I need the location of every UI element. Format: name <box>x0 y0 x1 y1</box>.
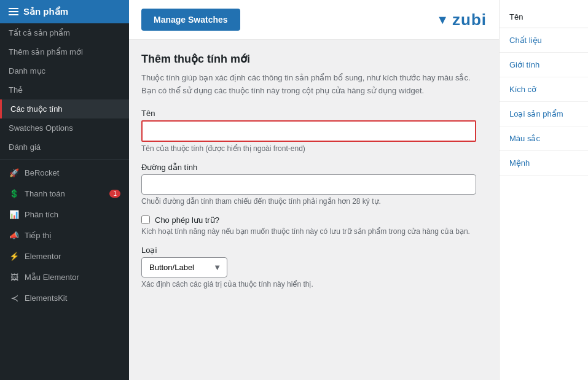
zubi-logo-icon: ▼ <box>436 13 449 27</box>
zubi-logo-text: zubi <box>452 10 487 29</box>
sidebar-item-reviews[interactable]: Đánh giá <box>0 138 129 157</box>
right-panel-item-gioi-tinh[interactable]: Giới tính <box>500 53 588 77</box>
right-panel-item-label: Mệnh <box>509 158 530 168</box>
type-label: Loại <box>141 246 487 255</box>
right-panel-item-kich-co[interactable]: Kích cỡ <box>500 77 588 102</box>
sidebar-item-label: BeRocket <box>25 168 59 177</box>
sidebar-item-elementskit[interactable]: ≺ ElementsKit <box>0 287 129 308</box>
right-panel-item-mau-sac[interactable]: Màu sắc <box>500 126 588 151</box>
right-panel-item-loai-san-pham[interactable]: Loại sản phẩm <box>500 102 588 126</box>
right-panel-item-label: Màu sắc <box>509 134 540 143</box>
form-area: Thêm thuộc tính mới Thuộc tính giúp bạn … <box>129 40 499 380</box>
slug-field-group: Đường dẫn tính Chuỗi đường dẫn tính tham… <box>141 163 487 206</box>
right-panel-item-label: Chất liệu <box>509 36 542 45</box>
archive-field-group: Cho phép lưu trữ? Kích hoạt tính năng nà… <box>141 215 487 236</box>
slug-label: Đường dẫn tính <box>141 163 487 172</box>
chart-icon: 📊 <box>9 209 20 220</box>
marketing-icon: 📣 <box>9 230 20 241</box>
sidebar-item-mau-elementor[interactable]: 🖼 Mẫu Elementor <box>0 266 129 287</box>
type-hint: Xác định cách các giá trị của thuộc tính… <box>141 280 487 289</box>
archive-checkbox-row: Cho phép lưu trữ? <box>141 215 487 225</box>
menu-icon <box>9 8 18 15</box>
sidebar-item-label: Đánh giá <box>9 142 41 152</box>
rocket-icon: 🚀 <box>9 167 20 178</box>
sidebar-item-label: Thanh toán <box>25 189 65 198</box>
zubi-logo: ▼ zubi <box>436 10 487 29</box>
top-bar: Manage Swatches ▼ zubi <box>129 0 499 40</box>
payments-badge: 1 <box>109 190 120 198</box>
slug-hint: Chuỗi đường dẫn tính tham chiếu đến thuộ… <box>141 197 487 206</box>
name-input[interactable] <box>141 120 476 142</box>
sidebar-item-all-products[interactable]: Tất cả sản phẩm <box>0 23 129 42</box>
sidebar-title: Sản phẩm <box>23 6 68 17</box>
sidebar-item-berocket[interactable]: 🚀 BeRocket <box>0 162 129 183</box>
sidebar-item-label: Swatches Options <box>9 123 73 133</box>
sidebar-item-attributes[interactable]: Các thuộc tính <box>0 99 129 118</box>
right-panel-item-label: Giới tính <box>509 60 539 69</box>
sidebar-item-label: Thẻ <box>9 85 23 95</box>
enable-archive-checkbox[interactable] <box>141 215 150 224</box>
sidebar-item-add-product[interactable]: Thêm sản phẩm mới <box>0 42 129 61</box>
sidebar-item-the[interactable]: Thẻ <box>0 80 129 99</box>
main-content: Manage Swatches ▼ zubi Thêm thuộc tính m… <box>129 0 499 380</box>
sidebar-item-categories[interactable]: Danh mục <box>0 61 129 80</box>
type-select[interactable]: Button/Label Select Color Image <box>141 257 227 277</box>
sidebar-item-label: Elementor <box>25 252 61 261</box>
type-select-wrapper: Button/Label Select Color Image ▼ <box>141 257 227 277</box>
sidebar-item-label: Mẫu Elementor <box>25 273 79 282</box>
right-panel-item-label: Loại sản phẩm <box>509 109 563 118</box>
sidebar-item-label: Các thuộc tính <box>10 104 63 114</box>
right-panel-header: Tên <box>500 6 588 28</box>
elementor-icon: ⚡ <box>9 250 20 262</box>
sidebar-item-label: ElementsKit <box>25 293 67 303</box>
right-panel-item-chat-lieu[interactable]: Chất liệu <box>500 28 588 53</box>
sidebar-header[interactable]: Sản phẩm <box>0 0 129 23</box>
sidebar-item-label: Phân tích <box>25 210 58 219</box>
sidebar-item-marketing[interactable]: 📣 Tiếp thị <box>0 225 129 246</box>
sidebar-item-elementor[interactable]: ⚡ Elementor <box>0 246 129 266</box>
sidebar-item-swatches-options[interactable]: Swatches Options <box>0 118 129 138</box>
form-description: Thuộc tính giúp bạn xác định các thông t… <box>141 72 487 98</box>
archive-hint: Kích hoạt tính năng này nếu bạn muốn thu… <box>141 227 487 236</box>
right-panel-item-menh[interactable]: Mệnh <box>500 151 588 176</box>
manage-swatches-button[interactable]: Manage Swatches <box>141 9 240 31</box>
slug-input[interactable] <box>141 174 476 195</box>
sidebar-item-payments[interactable]: 💲 Thanh toán 1 <box>0 183 129 204</box>
name-label: Tên <box>141 109 487 118</box>
name-field-group: Tên Tên của thuộc tính (được hiển thị ng… <box>141 109 487 153</box>
template-icon: 🖼 <box>9 271 20 282</box>
sidebar-item-label: Tất cả sản phẩm <box>9 28 70 37</box>
sidebar-item-label: Thêm sản phẩm mới <box>9 47 83 56</box>
dollar-icon: 💲 <box>9 188 20 199</box>
sidebar-item-analytics[interactable]: 📊 Phân tích <box>0 204 129 225</box>
enable-archive-label[interactable]: Cho phép lưu trữ? <box>155 215 219 225</box>
elementskit-icon: ≺ <box>9 292 20 303</box>
sidebar: Sản phẩm Tất cả sản phẩm Thêm sản phẩm m… <box>0 0 129 380</box>
name-hint: Tên của thuộc tính (được hiển thị ngoài … <box>141 144 487 153</box>
sidebar-item-label: Tiếp thị <box>25 231 52 240</box>
sidebar-divider <box>0 159 129 160</box>
right-panel: Tên Chất liệu Giới tính Kích cỡ Loại sản… <box>499 0 588 380</box>
right-panel-item-label: Kích cỡ <box>509 85 536 94</box>
form-title: Thêm thuộc tính mới <box>141 52 487 66</box>
type-field-group: Loại Button/Label Select Color Image ▼ X… <box>141 246 487 289</box>
sidebar-item-label: Danh mục <box>9 66 45 76</box>
